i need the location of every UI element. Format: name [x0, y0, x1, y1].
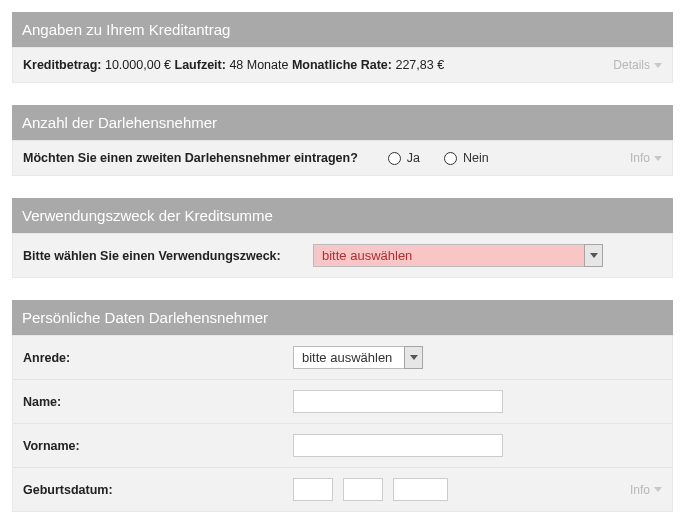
radio-option-no[interactable]: Nein: [444, 151, 489, 165]
section-header-summary: Angaben zu Ihrem Kreditantrag: [12, 12, 673, 47]
label-dob: Geburtsdatum:: [23, 483, 293, 497]
radio-label-yes: Ja: [407, 151, 420, 165]
purpose-select[interactable]: bitte auswählen: [313, 244, 603, 267]
purpose-row: Bitte wählen Sie einen Verwendungszweck:…: [13, 234, 672, 277]
radio-group-second-borrower: Ja Nein: [388, 151, 489, 165]
row-lastname: Name:: [13, 380, 672, 424]
section-body-purpose: Bitte wählen Sie einen Verwendungszweck:…: [12, 233, 673, 278]
section-credit-summary: Angaben zu Ihrem Kreditantrag Kreditbetr…: [12, 12, 673, 83]
info-toggle-borrowers[interactable]: Info: [630, 151, 662, 165]
purpose-label: Bitte wählen Sie einen Verwendungszweck:: [23, 249, 313, 263]
dropdown-button: [404, 346, 423, 369]
label-rate: Monatliche Rate:: [292, 58, 392, 72]
section-header-borrowers: Anzahl der Darlehensnehmer: [12, 105, 673, 140]
borrowers-row: Möchten Sie einen zweiten Darlehensnehme…: [13, 141, 672, 175]
section-body-personal: Anrede: bitte auswählen Name: Vorname: G…: [12, 335, 673, 512]
purpose-select-value: bitte auswählen: [313, 244, 603, 267]
section-header-purpose: Verwendungszweck der Kreditsumme: [12, 198, 673, 233]
label-term: Laufzeit:: [175, 58, 226, 72]
details-label: Details: [613, 58, 650, 72]
row-salutation: Anrede: bitte auswählen: [13, 336, 672, 380]
firstname-input[interactable]: [293, 434, 503, 457]
value-term: 48 Monate: [229, 58, 288, 72]
dob-day-input[interactable]: [293, 478, 333, 501]
radio-option-yes[interactable]: Ja: [388, 151, 420, 165]
section-body-summary: Kreditbetrag: 10.000,00 € Laufzeit: 48 M…: [12, 47, 673, 83]
row-dob: Geburtsdatum: Info: [13, 468, 672, 511]
chevron-down-icon: [410, 355, 418, 360]
details-toggle[interactable]: Details: [613, 58, 662, 72]
value-amount: 10.000,00 €: [105, 58, 171, 72]
value-rate: 227,83 €: [395, 58, 444, 72]
radio-icon: [444, 152, 457, 165]
info-toggle-dob[interactable]: Info: [630, 483, 662, 497]
section-body-borrowers: Möchten Sie einen zweiten Darlehensnehme…: [12, 140, 673, 176]
radio-label-no: Nein: [463, 151, 489, 165]
label-salutation: Anrede:: [23, 351, 293, 365]
info-label: Info: [630, 483, 650, 497]
radio-icon: [388, 152, 401, 165]
dropdown-button: [584, 244, 603, 267]
lastname-input[interactable]: [293, 390, 503, 413]
label-lastname: Name:: [23, 395, 293, 409]
section-header-personal: Persönliche Daten Darlehensnehmer: [12, 300, 673, 335]
dob-year-input[interactable]: [393, 478, 448, 501]
chevron-down-icon: [654, 63, 662, 68]
chevron-down-icon: [590, 253, 598, 258]
info-label: Info: [630, 151, 650, 165]
label-amount: Kreditbetrag:: [23, 58, 101, 72]
salutation-select[interactable]: bitte auswählen: [293, 346, 423, 369]
section-personal: Persönliche Daten Darlehensnehmer Anrede…: [12, 300, 673, 512]
row-firstname: Vorname:: [13, 424, 672, 468]
dob-group: [293, 478, 448, 501]
section-purpose: Verwendungszweck der Kreditsumme Bitte w…: [12, 198, 673, 278]
borrowers-question: Möchten Sie einen zweiten Darlehensnehme…: [23, 151, 358, 165]
label-firstname: Vorname:: [23, 439, 293, 453]
summary-text: Kreditbetrag: 10.000,00 € Laufzeit: 48 M…: [23, 58, 444, 72]
summary-row: Kreditbetrag: 10.000,00 € Laufzeit: 48 M…: [13, 48, 672, 82]
section-borrowers: Anzahl der Darlehensnehmer Möchten Sie e…: [12, 105, 673, 176]
dob-month-input[interactable]: [343, 478, 383, 501]
chevron-down-icon: [654, 156, 662, 161]
chevron-down-icon: [654, 487, 662, 492]
